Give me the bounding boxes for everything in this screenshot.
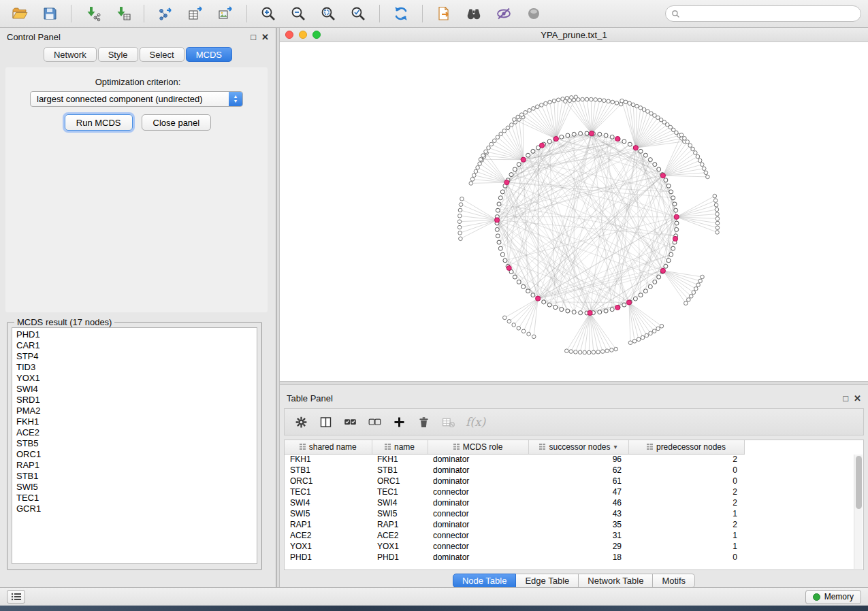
ring-node[interactable] <box>653 280 657 284</box>
tab-node-table[interactable]: Node Table <box>453 574 517 588</box>
leaf-node[interactable] <box>631 103 635 107</box>
leaf-node[interactable] <box>614 347 618 351</box>
column-header-shared-name[interactable]: shared name <box>285 440 372 454</box>
leaf-node[interactable] <box>716 212 720 216</box>
mcds-node[interactable] <box>673 236 677 241</box>
ring-node[interactable] <box>496 234 500 238</box>
ring-node[interactable] <box>579 131 583 135</box>
leaf-node[interactable] <box>569 350 573 354</box>
leaf-node[interactable] <box>696 154 700 159</box>
leaf-node[interactable] <box>479 158 483 162</box>
ring-node[interactable] <box>666 259 671 263</box>
ring-node[interactable] <box>531 293 535 297</box>
leaf-node[interactable] <box>607 99 611 103</box>
leaf-node[interactable] <box>692 291 696 295</box>
ring-node[interactable] <box>498 246 502 250</box>
mcds-result-item[interactable]: STB1 <box>12 471 257 482</box>
leaf-node[interactable] <box>568 99 572 103</box>
ring-node[interactable] <box>585 131 589 135</box>
mcds-node[interactable] <box>504 180 509 185</box>
leaf-node[interactable] <box>457 220 462 224</box>
ring-node[interactable] <box>643 289 647 293</box>
ring-node[interactable] <box>673 202 677 206</box>
table-cell[interactable]: ACE2 <box>372 530 428 541</box>
mcds-node[interactable] <box>553 136 558 141</box>
table-cell[interactable]: TEC1 <box>285 486 372 497</box>
ring-node[interactable] <box>664 264 668 268</box>
leaf-node[interactable] <box>532 107 536 111</box>
scrollbar-thumb[interactable] <box>856 456 862 509</box>
table-cell[interactable]: dominator <box>428 552 528 563</box>
ring-node[interactable] <box>657 275 661 279</box>
table-cell[interactable]: 2 <box>628 519 744 530</box>
leaf-node[interactable] <box>716 221 720 225</box>
export-web-button[interactable] <box>431 3 457 24</box>
import-table-button[interactable] <box>110 3 135 24</box>
zoom-selected-button[interactable] <box>345 3 371 24</box>
mcds-result-item[interactable]: TEC1 <box>12 493 257 503</box>
table-cell[interactable]: dominator <box>428 454 528 465</box>
mcds-node[interactable] <box>633 146 638 150</box>
find-button[interactable] <box>461 3 487 24</box>
delete-column-button[interactable] <box>413 412 434 432</box>
leaf-node[interactable] <box>578 350 582 354</box>
ring-node[interactable] <box>671 196 675 200</box>
mcds-result-item[interactable]: ACE2 <box>12 427 257 438</box>
ring-node[interactable] <box>500 252 504 257</box>
mcds-result-item[interactable]: ORC1 <box>12 449 257 460</box>
leaf-node[interactable] <box>588 350 592 354</box>
tab-mcds[interactable]: MCDS <box>186 47 232 62</box>
mcds-result-item[interactable]: YOX1 <box>12 373 257 384</box>
table-cell[interactable]: connector <box>428 486 528 497</box>
table-cell[interactable]: 0 <box>628 552 744 563</box>
table-cell[interactable]: 61 <box>528 476 628 486</box>
leaf-node[interactable] <box>517 327 521 331</box>
tab-network-table[interactable]: Network Table <box>579 574 653 588</box>
ring-node[interactable] <box>648 284 652 288</box>
leaf-node[interactable] <box>458 231 462 235</box>
ring-node[interactable] <box>531 149 535 153</box>
table-cell[interactable]: 2 <box>628 454 744 465</box>
table-cell[interactable]: 31 <box>528 530 628 541</box>
leaf-node[interactable] <box>689 295 693 299</box>
leaf-node[interactable] <box>469 182 473 186</box>
table-cell[interactable]: 96 <box>528 454 628 465</box>
ring-node[interactable] <box>547 139 551 144</box>
float-panel-icon[interactable]: □ <box>843 394 848 403</box>
ring-node[interactable] <box>503 259 507 263</box>
table-row[interactable]: SWI5SWI5connector431 <box>285 508 744 519</box>
leaf-node[interactable] <box>527 332 531 336</box>
search-box[interactable] <box>665 5 861 22</box>
leaf-node[interactable] <box>564 99 568 103</box>
table-cell[interactable]: 2 <box>628 497 744 508</box>
leaf-node[interactable] <box>590 97 594 101</box>
leaf-node[interactable] <box>548 100 552 104</box>
table-row[interactable]: ORC1ORC1dominator610 <box>285 476 744 486</box>
close-panel-icon[interactable]: ✕ <box>854 394 861 403</box>
leaf-node[interactable] <box>683 137 687 141</box>
table-cell[interactable]: YOX1 <box>372 541 428 552</box>
ring-node[interactable] <box>579 311 583 315</box>
leaf-node[interactable] <box>594 98 598 102</box>
ring-node[interactable] <box>671 246 675 250</box>
leaf-node[interactable] <box>487 146 491 150</box>
leaf-node[interactable] <box>715 208 719 212</box>
leaf-node[interactable] <box>496 135 500 139</box>
ring-node[interactable] <box>498 196 502 200</box>
leaf-node[interactable] <box>476 166 480 170</box>
export-image-button[interactable] <box>212 3 238 24</box>
column-header-name[interactable]: name <box>372 440 428 454</box>
mcds-result-item[interactable]: GCR1 <box>12 503 257 514</box>
ring-node[interactable] <box>666 184 671 188</box>
run-mcds-button[interactable]: Run MCDS <box>65 114 133 131</box>
float-panel-icon[interactable]: □ <box>251 33 256 42</box>
add-column-button[interactable] <box>388 412 410 432</box>
table-cell[interactable]: PHD1 <box>372 552 428 563</box>
table-row[interactable]: PHD1PHD1dominator180 <box>285 552 744 563</box>
leaf-node[interactable] <box>713 199 718 203</box>
maximize-window-icon[interactable] <box>312 31 321 39</box>
table-cell[interactable]: 1 <box>628 530 744 541</box>
leaf-node[interactable] <box>698 279 703 283</box>
ring-node[interactable] <box>653 163 657 167</box>
table-cell[interactable]: 43 <box>528 508 628 519</box>
